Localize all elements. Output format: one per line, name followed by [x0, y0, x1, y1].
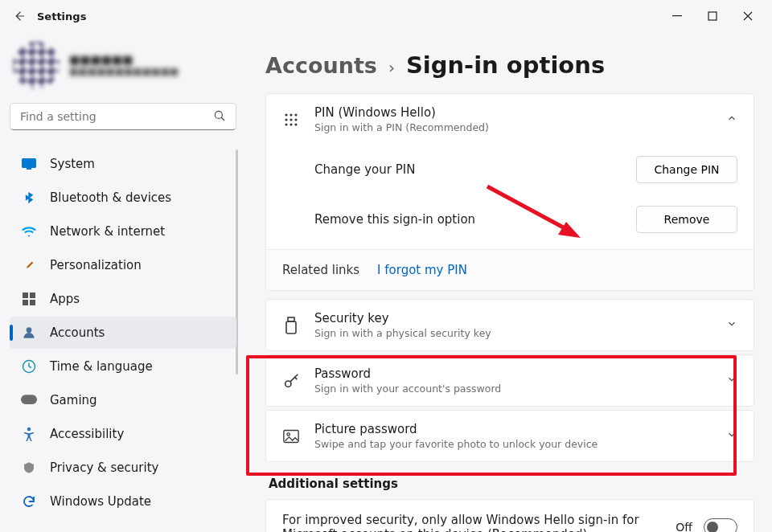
search-box[interactable] [10, 103, 236, 130]
svg-rect-7 [23, 300, 28, 305]
svg-point-14 [290, 113, 292, 116]
change-pin-label: Change your PIN [314, 162, 636, 177]
svg-point-13 [285, 113, 287, 116]
globe-clock-icon [21, 358, 37, 374]
nav-label: Time & language [50, 359, 153, 374]
arrow-left-icon [12, 9, 27, 23]
nav-privacy-security[interactable]: Privacy & security [10, 452, 236, 484]
nav-time-language[interactable]: Time & language [10, 350, 236, 383]
chevron-down-icon [726, 317, 737, 333]
nav-label: System [50, 157, 95, 171]
nav-bluetooth[interactable]: Bluetooth & devices [10, 182, 236, 214]
security-key-card[interactable]: Security key Sign in with a physical sec… [265, 299, 754, 351]
svg-rect-1 [708, 12, 717, 20]
svg-rect-11 [21, 395, 37, 404]
nav-label: Bluetooth & devices [50, 190, 171, 205]
usb-key-icon [282, 317, 300, 334]
nav-accounts[interactable]: Accounts [10, 317, 236, 349]
main-content: Accounts › Sign-in options PIN (Windows … [246, 32, 772, 532]
card-subtitle: Swipe and tap your favorite photo to unl… [314, 438, 712, 450]
nav-windows-update[interactable]: Windows Update [10, 485, 236, 518]
nav-label: Accounts [50, 325, 105, 340]
svg-rect-8 [30, 300, 35, 305]
svg-point-16 [285, 118, 287, 121]
maximize-icon [708, 11, 717, 21]
back-button[interactable] [6, 3, 32, 29]
search-input[interactable] [10, 103, 236, 130]
wifi-icon [21, 223, 37, 239]
change-pin-button[interactable]: Change PIN [636, 156, 737, 183]
nav-system[interactable]: System [10, 148, 236, 180]
keypad-icon [282, 113, 300, 127]
remove-pin-button[interactable]: Remove [636, 206, 737, 233]
close-icon [743, 11, 753, 21]
svg-point-18 [294, 118, 297, 121]
svg-rect-5 [23, 293, 28, 298]
minimize-icon [672, 11, 682, 21]
nav-personalization[interactable]: Personalization [10, 249, 236, 281]
nav-accessibility[interactable]: Accessibility [10, 418, 236, 450]
hello-only-toggle[interactable] [704, 518, 737, 532]
sidebar: ■■■■■■ ■■■■■■■■■■■■ System Bluetooth & d… [0, 32, 246, 532]
close-button[interactable] [730, 0, 766, 32]
forgot-pin-link[interactable]: I forgot my PIN [377, 263, 467, 277]
nav-gaming[interactable]: Gaming [10, 384, 236, 416]
remove-pin-label: Remove this sign-in option [314, 212, 636, 227]
svg-point-21 [294, 123, 297, 125]
maximize-button[interactable] [695, 0, 730, 32]
card-subtitle: Sign in with a PIN (Recommended) [314, 121, 712, 133]
change-pin-row: Change your PIN Change PIN [266, 145, 754, 194]
avatar [13, 42, 60, 88]
key-icon [282, 372, 300, 390]
user-profile[interactable]: ■■■■■■ ■■■■■■■■■■■■ [10, 39, 236, 103]
nav-label: Accessibility [50, 427, 124, 441]
nav-network[interactable]: Network & internet [10, 215, 236, 248]
svg-point-2 [215, 111, 222, 118]
title-bar: Settings [0, 0, 772, 32]
nav-label: Gaming [50, 393, 97, 407]
svg-rect-4 [27, 168, 31, 170]
svg-rect-3 [22, 158, 36, 168]
svg-point-9 [27, 327, 32, 333]
chevron-down-icon [726, 373, 737, 388]
svg-point-24 [285, 381, 291, 387]
app-title: Settings [37, 10, 86, 23]
toggle-state-label: Off [676, 521, 692, 532]
password-card[interactable]: Password Sign in with your account's pas… [265, 354, 754, 407]
card-subtitle: Sign in with a physical security key [314, 327, 712, 339]
user-name: ■■■■■■ [69, 53, 179, 66]
additional-settings-heading: Additional settings [269, 477, 754, 491]
remove-pin-row: Remove this sign-in option Remove [266, 194, 754, 249]
svg-point-26 [287, 432, 290, 435]
gamepad-icon [21, 392, 37, 408]
person-icon [21, 325, 37, 341]
search-icon [212, 108, 227, 123]
monitor-icon [21, 156, 37, 172]
user-email: ■■■■■■■■■■■■ [69, 66, 179, 77]
svg-rect-6 [30, 293, 35, 298]
grid-icon [21, 291, 37, 307]
bluetooth-icon [21, 190, 37, 206]
pin-header[interactable]: PIN (Windows Hello) Sign in with a PIN (… [266, 94, 754, 145]
hello-only-card: For improved security, only allow Window… [265, 499, 754, 532]
nav-label: Network & internet [50, 224, 165, 239]
svg-rect-23 [286, 321, 296, 334]
accessibility-icon [21, 426, 37, 442]
breadcrumb-current: Sign-in options [406, 51, 605, 79]
image-icon [282, 429, 300, 444]
card-title: PIN (Windows Hello) [314, 105, 712, 120]
nav-label: Apps [50, 292, 80, 306]
nav-label: Windows Update [50, 494, 151, 509]
related-links-row: Related links I forgot my PIN [266, 249, 754, 290]
card-title: Picture password [314, 422, 712, 436]
breadcrumb-parent[interactable]: Accounts [265, 53, 377, 78]
minimize-button[interactable] [659, 0, 695, 32]
nav-apps[interactable]: Apps [10, 283, 236, 315]
breadcrumb: Accounts › Sign-in options [265, 51, 754, 79]
svg-point-15 [294, 113, 297, 116]
chevron-down-icon [726, 428, 737, 444]
picture-password-card[interactable]: Picture password Swipe and tap your favo… [265, 410, 754, 462]
chevron-up-icon [726, 112, 737, 127]
card-title: Security key [314, 311, 712, 325]
related-links-label: Related links [282, 263, 359, 277]
